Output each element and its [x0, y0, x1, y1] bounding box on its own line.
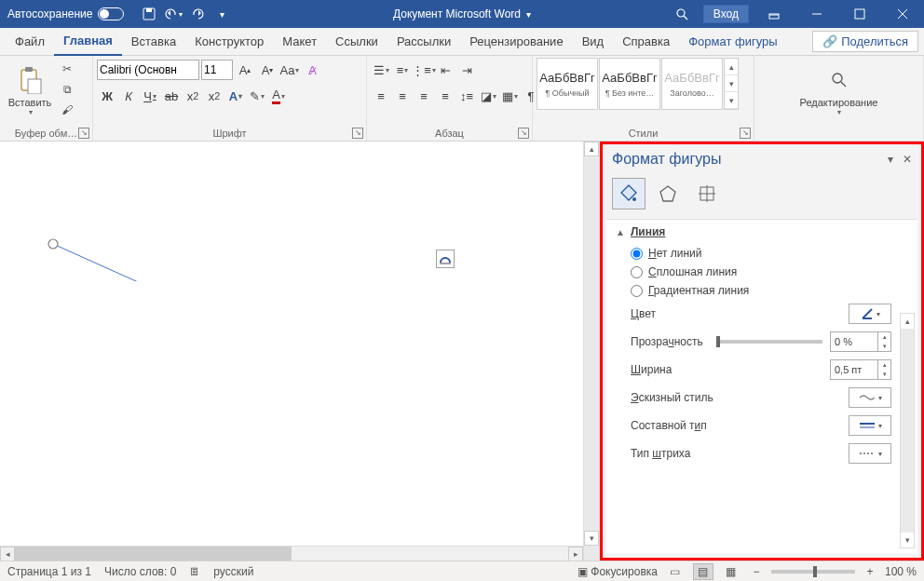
text-effects-icon[interactable]: A▾ — [225, 86, 246, 106]
print-layout-icon[interactable]: ▤ — [693, 563, 713, 580]
compound-picker-button[interactable]: ▾ — [849, 415, 891, 436]
multilevel-icon[interactable]: ⋮≡▾ — [414, 60, 434, 80]
maximize-icon[interactable] — [838, 0, 881, 28]
format-painter-icon[interactable]: 🖌 — [58, 101, 76, 119]
editing-button[interactable]: Редактирование▾ — [788, 58, 890, 123]
dash-picker-button[interactable]: ▾ — [849, 443, 891, 464]
autosave-toggle[interactable]: Автосохранение — [0, 7, 131, 20]
undo-icon[interactable]: ▾ — [163, 4, 183, 24]
radio-solid-line[interactable]: Сплошная линия — [614, 263, 891, 281]
web-layout-icon[interactable]: ▦ — [721, 563, 741, 580]
tab-insert[interactable]: Вставка — [122, 28, 185, 56]
align-right-icon[interactable]: ≡ — [414, 86, 434, 106]
tab-layout[interactable]: Макет — [273, 28, 326, 56]
styles-launcher-icon[interactable]: ↘ — [740, 128, 751, 139]
section-line-header[interactable]: ▲Линия — [614, 220, 891, 244]
tab-help[interactable]: Справка — [613, 28, 679, 56]
borders-icon[interactable]: ▦▾ — [499, 86, 520, 106]
grow-font-icon[interactable]: A▴ — [235, 60, 255, 80]
line-spacing-icon[interactable]: ↕≡ — [456, 86, 477, 106]
transparency-value[interactable]: 0 % — [830, 331, 878, 352]
font-color-icon[interactable]: A▾ — [268, 86, 289, 106]
zoom-in-button[interactable]: + — [863, 565, 877, 578]
status-words[interactable]: Число слов: 0 — [104, 565, 176, 578]
shading-icon[interactable]: ◪▾ — [478, 86, 498, 106]
shrink-font-icon[interactable]: A▾ — [257, 60, 278, 80]
clipboard-launcher-icon[interactable]: ↘ — [78, 128, 89, 139]
pane-vscroll[interactable]: ▴ ▾ — [900, 313, 915, 548]
tab-design[interactable]: Конструктор — [185, 28, 273, 56]
share-button[interactable]: 🔗Поделиться — [812, 31, 918, 52]
tab-shape-format[interactable]: Формат фигуры — [679, 28, 786, 56]
radio-no-line[interactable]: Нет линий — [614, 244, 891, 263]
effects-tab-icon[interactable] — [651, 178, 685, 209]
pane-close-icon[interactable]: ✕ — [903, 153, 912, 166]
width-value[interactable]: 0,5 пт — [830, 359, 878, 380]
subscript-button[interactable]: x2 — [183, 86, 203, 106]
font-name-input[interactable] — [97, 60, 199, 80]
zoom-level[interactable]: 100 % — [885, 565, 917, 578]
indent-right-icon[interactable]: ⇥ — [456, 60, 477, 80]
italic-button[interactable]: К — [118, 86, 139, 106]
line-shape[interactable] — [0, 142, 279, 281]
sketch-picker-button[interactable]: ▾ — [849, 387, 891, 408]
tab-view[interactable]: Вид — [573, 28, 614, 56]
superscript-button[interactable]: x2 — [204, 86, 224, 106]
cut-icon[interactable]: ✂ — [58, 60, 76, 78]
signin-button[interactable]: Вход — [703, 5, 749, 23]
zoom-out-button[interactable]: − — [749, 565, 764, 578]
highlight-icon[interactable]: ✎▾ — [247, 86, 267, 106]
read-mode-icon[interactable]: ▭ — [665, 563, 686, 580]
status-language[interactable]: русский — [213, 565, 253, 578]
status-proofing-icon[interactable]: 🗏 — [189, 565, 200, 578]
size-tab-icon[interactable] — [690, 178, 724, 209]
clear-format-icon[interactable]: A̷ — [302, 60, 322, 80]
styles-gallery-scroll[interactable]: ▴▾▾ — [724, 58, 739, 110]
vertical-scrollbar[interactable]: ▴ ▾ — [583, 142, 600, 561]
minimize-icon[interactable] — [795, 0, 838, 28]
redo-icon[interactable] — [187, 4, 208, 24]
scroll-up-icon[interactable]: ▴ — [584, 142, 599, 156]
document-title[interactable]: Документ Microsoft Word▾ — [393, 7, 531, 20]
underline-button[interactable]: Ч▾ — [140, 86, 160, 106]
layout-options-icon[interactable] — [436, 250, 455, 268]
hscroll-thumb[interactable] — [15, 547, 292, 561]
align-justify-icon[interactable]: ≡ — [435, 86, 455, 106]
zoom-slider[interactable] — [771, 570, 855, 574]
search-icon[interactable] — [660, 0, 703, 28]
align-left-icon[interactable]: ≡ — [371, 86, 391, 106]
scroll-down-icon[interactable]: ▾ — [584, 531, 599, 546]
close-icon[interactable] — [881, 0, 924, 28]
style-nospacing[interactable]: АаБбВвГг¶ Без инте… — [599, 58, 660, 110]
align-center-icon[interactable]: ≡ — [392, 86, 413, 106]
bold-button[interactable]: Ж — [97, 86, 117, 106]
scroll-right-icon[interactable]: ▸ — [568, 547, 583, 561]
width-spinner[interactable]: ▴▾ — [878, 359, 891, 380]
pane-options-icon[interactable]: ▾ — [888, 153, 893, 166]
copy-icon[interactable]: ⧉ — [58, 80, 76, 99]
paste-button[interactable]: Вставить▾ — [4, 58, 56, 123]
scroll-left-icon[interactable]: ◂ — [0, 547, 15, 561]
bullets-icon[interactable]: ☰▾ — [371, 60, 391, 80]
font-size-input[interactable] — [201, 60, 233, 80]
radio-gradient-line[interactable]: Градиентная линия — [614, 281, 891, 300]
document-canvas[interactable]: ◂ ▸ — [0, 142, 583, 561]
style-normal[interactable]: АаБбВвГг¶ Обычный — [537, 58, 598, 110]
transparency-slider[interactable] — [716, 340, 822, 344]
paragraph-launcher-icon[interactable]: ↘ — [518, 128, 529, 139]
strike-button[interactable]: ab — [161, 86, 182, 106]
tab-references[interactable]: Ссылки — [326, 28, 387, 56]
color-picker-button[interactable]: ▾ — [849, 304, 891, 324]
transparency-spinner[interactable]: ▴▾ — [878, 331, 891, 352]
qat-customize-icon[interactable]: ▾ — [211, 4, 232, 24]
tab-home[interactable]: Главная — [54, 28, 122, 56]
fill-line-tab-icon[interactable] — [612, 178, 645, 209]
tab-mailings[interactable]: Рассылки — [387, 28, 460, 56]
focus-mode-button[interactable]: ▣ Фокусировка — [578, 565, 658, 578]
change-case-icon[interactable]: Aa▾ — [279, 60, 300, 80]
ribbon-display-icon[interactable] — [753, 0, 795, 28]
font-launcher-icon[interactable]: ↘ — [352, 128, 363, 139]
status-page[interactable]: Страница 1 из 1 — [7, 565, 91, 578]
save-icon[interactable] — [139, 4, 159, 24]
numbering-icon[interactable]: ≡▾ — [392, 60, 413, 80]
